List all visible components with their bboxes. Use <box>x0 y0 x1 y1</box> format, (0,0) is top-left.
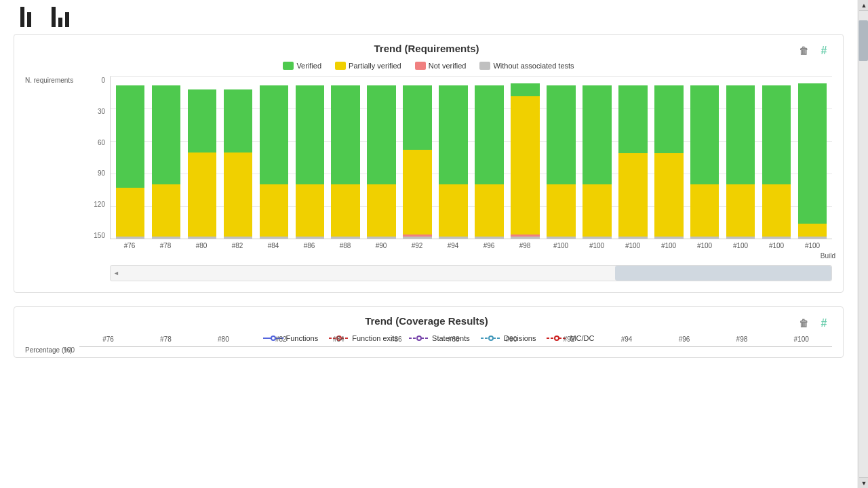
bar-group-17 <box>724 77 757 239</box>
x-label-17: #100 <box>724 239 757 260</box>
bar-group-6 <box>329 77 363 239</box>
bar-group-11 <box>508 77 542 239</box>
seg-partial-9 <box>439 184 467 236</box>
top-icons-area <box>20 7 844 27</box>
scroll-down-btn[interactable]: ▼ <box>859 477 868 488</box>
chart-header-coverage: Trend (Coverage Results) 🗑 # <box>25 315 832 331</box>
coverage-hash-icon[interactable]: # <box>816 315 832 331</box>
seg-partial-1 <box>152 184 180 236</box>
seg-partial-7 <box>367 184 395 236</box>
seg-verified-13 <box>583 85 611 185</box>
requirements-chart-title: Trend (Requirements) <box>58 43 795 54</box>
seg-without-13 <box>583 237 611 239</box>
bar-group-5 <box>293 77 327 239</box>
stacked-bar-13 <box>583 85 611 239</box>
stacked-bar-4 <box>260 85 288 239</box>
legend-label-verified: Verified <box>296 62 321 70</box>
stacked-bar-12 <box>547 85 575 239</box>
x-label-8: #92 <box>400 239 434 260</box>
seg-without-3 <box>224 237 252 239</box>
x-label-11: #98 <box>508 239 542 260</box>
seg-without-4 <box>260 237 288 239</box>
bar-icon-2[interactable] <box>52 7 69 27</box>
seg-partial-18 <box>762 184 791 236</box>
seg-verified-6 <box>331 85 359 185</box>
stacked-bar-11 <box>511 83 539 239</box>
seg-without-10 <box>475 237 503 239</box>
seg-without-11 <box>511 237 539 239</box>
seg-verified-11 <box>511 83 539 96</box>
requirements-chart-area: N. requirements 150 120 90 60 30 0 <box>25 77 832 281</box>
horizontal-scrollbar[interactable]: ◄ ► <box>110 265 832 281</box>
stacked-bar-5 <box>296 85 324 239</box>
legend-partial: Partially verified <box>335 62 401 70</box>
seg-without-8 <box>403 237 431 239</box>
seg-verified-10 <box>475 85 503 185</box>
x-label-7: #90 <box>364 239 398 260</box>
scroll-left-icon[interactable]: ◄ <box>113 270 119 277</box>
hash-icon[interactable]: # <box>816 43 832 59</box>
seg-partial-8 <box>403 150 431 234</box>
seg-verified-1 <box>152 85 180 185</box>
bar-group-9 <box>437 77 471 239</box>
x-label-1: #78 <box>149 239 182 260</box>
stacked-bar-1 <box>152 85 180 239</box>
seg-without-17 <box>726 237 755 239</box>
bar-group-3 <box>221 77 255 239</box>
vertical-scrollbar-thumb[interactable] <box>859 20 868 61</box>
seg-verified-12 <box>547 85 575 185</box>
legend-not-verified: Not verified <box>415 62 467 70</box>
content-area[interactable]: Trend (Requirements) 🗑 # Verified Partia… <box>0 0 857 488</box>
stacked-bar-7 <box>367 85 395 239</box>
seg-without-12 <box>547 237 575 239</box>
stacked-bar-19 <box>798 83 827 239</box>
seg-verified-19 <box>798 83 827 224</box>
stacked-bar-8 <box>403 85 431 239</box>
seg-without-0 <box>116 237 144 239</box>
vertical-scrollbar-track: ▲ ▼ <box>859 0 868 488</box>
stacked-bar-16 <box>690 85 719 239</box>
x-label-4: #84 <box>256 239 290 260</box>
x-label-18: #100 <box>760 239 793 260</box>
x-label-5: #86 <box>292 239 326 260</box>
stacked-bar-14 <box>618 85 647 239</box>
stacked-bar-18 <box>762 85 791 239</box>
trash-icon[interactable]: 🗑 <box>795 43 812 59</box>
build-label: Build <box>821 252 835 260</box>
legend-label-without-tests: Without associated tests <box>493 62 574 70</box>
bar-group-12 <box>544 77 578 239</box>
x-label-3: #82 <box>220 239 254 260</box>
seg-partial-13 <box>583 184 611 236</box>
y-axis-requirements: 150 120 90 60 30 0 <box>86 77 105 239</box>
legend-color-without-tests <box>479 62 490 70</box>
seg-partial-3 <box>224 152 252 237</box>
seg-partial-5 <box>296 184 324 236</box>
seg-partial-16 <box>690 184 719 236</box>
coverage-trash-icon[interactable]: 🗑 <box>795 315 812 331</box>
legend-verified: Verified <box>283 62 321 70</box>
seg-without-1 <box>152 237 180 239</box>
bar-group-13 <box>580 77 614 239</box>
seg-verified-18 <box>762 85 791 185</box>
scrollbar-thumb-h[interactable] <box>615 266 831 281</box>
seg-partial-10 <box>475 184 503 236</box>
seg-partial-17 <box>726 184 755 236</box>
seg-verified-17 <box>726 85 755 185</box>
seg-without-16 <box>690 237 719 239</box>
seg-without-19 <box>798 237 827 239</box>
bar-group-8 <box>401 77 435 239</box>
seg-without-9 <box>439 237 467 239</box>
main-container: Trend (Requirements) 🗑 # Verified Partia… <box>0 0 868 488</box>
legend-color-verified <box>283 62 294 70</box>
x-label-0: #76 <box>113 239 146 260</box>
x-label-10: #96 <box>472 239 506 260</box>
seg-verified-14 <box>618 85 647 153</box>
seg-verified-16 <box>690 85 719 185</box>
requirements-legend: Verified Partially verified Not verified… <box>25 62 832 70</box>
bar-icon-1[interactable] <box>20 7 31 27</box>
bar-group-10 <box>473 77 507 239</box>
scroll-up-btn[interactable]: ▲ <box>859 0 868 11</box>
stacked-bar-15 <box>654 85 683 239</box>
x-label-13: #100 <box>580 239 614 260</box>
seg-verified-15 <box>654 85 683 153</box>
